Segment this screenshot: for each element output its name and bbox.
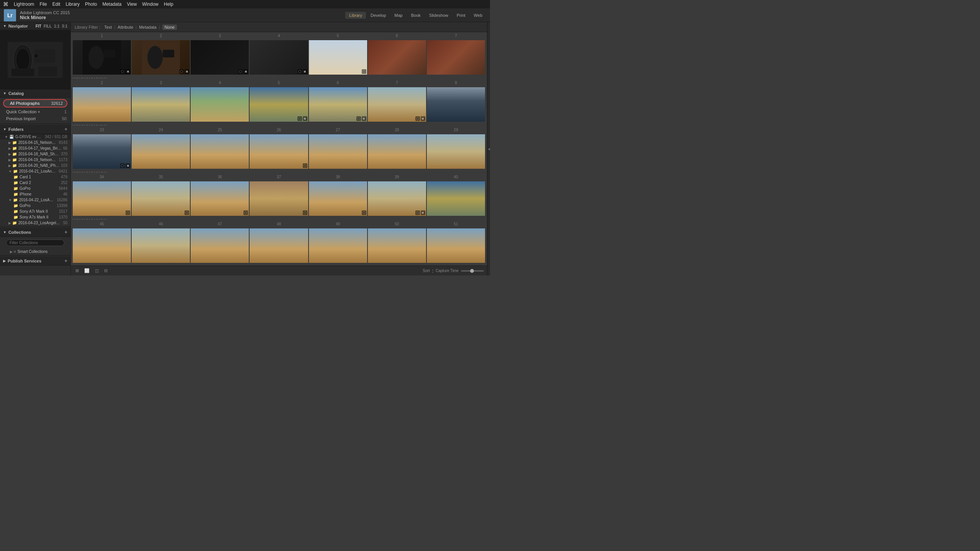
grid-cell[interactable] [309, 134, 367, 169]
folder-item-1[interactable]: ▶📁2016-04-17_Vegas_BritneySpears_Pieceof… [0, 145, 70, 151]
cell-action-icon[interactable]: ◯ [297, 116, 302, 121]
grid-cell[interactable]: ◯▣ [368, 87, 426, 122]
folder-item-6[interactable]: 📁Card 1479 [0, 174, 70, 180]
grid-cell[interactable] [427, 40, 485, 75]
folder-item-14[interactable]: ▶📁2016-04-23_LosAngeles_Downtown50 [0, 220, 70, 226]
folders-header[interactable]: ▼ Folders + [0, 125, 70, 134]
catalog-all-photographs[interactable]: All Photographs 32612 [3, 99, 67, 108]
cell-action-icon[interactable]: ◯ [297, 69, 302, 74]
grid-cell[interactable]: ◯ [250, 181, 308, 216]
cell-action-icon[interactable]: ◯ [179, 69, 184, 74]
folders-add-button[interactable]: + [64, 126, 67, 132]
folder-item-9[interactable]: 📁iPhone46 [0, 191, 70, 197]
module-slideshow[interactable]: Slideshow [425, 12, 452, 19]
folder-item-3[interactable]: ▶📁2016-04-19_Nelson_NV_Timelapse1173 [0, 157, 70, 163]
cell-action-icon[interactable]: ◯ [415, 116, 420, 121]
menu-window[interactable]: Window [142, 2, 158, 7]
collections-header[interactable]: ▼ Collections + [0, 228, 70, 237]
collections-search-input[interactable] [6, 240, 64, 246]
catalog-header[interactable]: ▼ Catalog [0, 90, 70, 98]
folder-item-11[interactable]: 📁GoPro13399 [0, 203, 70, 209]
grid-cell[interactable] [132, 228, 190, 263]
menu-view[interactable]: View [127, 2, 137, 7]
cell-action-icon[interactable]: ▣ [126, 69, 130, 74]
grid-area[interactable]: 1234567◯▣◯▣◯▣◯▣◯• • •• • •• • •• • •• • … [71, 32, 487, 266]
folder-item-10[interactable]: ▼📁2016-04-22_LosAngeles_Downtown16286 [0, 197, 70, 203]
publish-add-button[interactable]: + [64, 258, 67, 264]
cell-action-icon[interactable]: ▣ [362, 116, 366, 121]
folder-item-4[interactable]: ▶📁2016-04-20_NAB_iPhone103 [0, 163, 70, 168]
nav-1-1[interactable]: 1:1 [54, 24, 59, 28]
grid-cell[interactable]: ◯▣ [132, 40, 190, 75]
folder-item-0[interactable]: ▶📁2016-04-15_Nelson_NV_Timelapse_NAB8143 [0, 140, 70, 145]
grid-cell[interactable]: ◯ [250, 134, 308, 169]
filter-none-btn[interactable]: None [162, 24, 177, 30]
grid-cell[interactable]: ◯▣ [191, 40, 249, 75]
grid-cell[interactable] [73, 87, 131, 122]
menu-lightroom[interactable]: Lightroom [14, 2, 34, 7]
filter-metadata-btn[interactable]: Metadata [139, 25, 157, 29]
survey-view-button[interactable]: ⊟ [103, 268, 109, 274]
grid-cell[interactable] [132, 134, 190, 169]
folder-item-5[interactable]: ▼📁2016-04-21_LosAngeles_Beaches6421 [0, 168, 70, 174]
navigator-header[interactable]: ▼ Navigator FIT FILL 1:1 3:1 [0, 22, 70, 30]
grid-view-button[interactable]: ⊞ [74, 268, 80, 274]
loupe-view-button[interactable]: ⬜ [83, 268, 91, 274]
menu-edit[interactable]: Edit [52, 2, 60, 7]
folder-item-13[interactable]: 📁Sony A7s Mark II1370 [0, 214, 70, 220]
cell-action-icon[interactable]: ▣ [126, 163, 130, 168]
grid-cell[interactable] [73, 228, 131, 263]
collections-add-button[interactable]: + [64, 229, 67, 235]
menu-metadata[interactable]: Metadata [102, 2, 121, 7]
module-library[interactable]: Library [345, 12, 366, 19]
cell-action-icon[interactable]: ◯ [126, 210, 130, 215]
cell-action-icon[interactable]: ◯ [415, 210, 420, 215]
grid-cell[interactable]: ◯▣ [73, 40, 131, 75]
grid-cell[interactable] [368, 228, 426, 263]
grid-cell[interactable] [132, 87, 190, 122]
catalog-quick-collection[interactable]: Quick Collection + 1 [0, 108, 70, 115]
grid-cell[interactable]: ◯▣ [368, 181, 426, 216]
grid-cell[interactable] [427, 134, 485, 169]
cell-action-icon[interactable]: ◯ [120, 69, 125, 74]
cell-action-icon[interactable]: ◯ [120, 163, 125, 168]
cell-action-icon[interactable]: ▣ [303, 69, 307, 74]
grid-cell[interactable]: ◯▣ [73, 134, 131, 169]
cell-action-icon[interactable]: ◯ [238, 69, 243, 74]
grid-cell[interactable]: ◯ [73, 181, 131, 216]
cell-action-icon[interactable]: ◯ [362, 69, 366, 74]
filter-attribute-btn[interactable]: Attribute [118, 25, 133, 29]
cell-action-icon[interactable]: ▣ [303, 116, 307, 121]
cell-action-icon[interactable]: ▣ [243, 69, 248, 74]
right-panel-collapse[interactable]: ◀ [487, 22, 490, 276]
nav-fit[interactable]: FIT [36, 24, 41, 28]
grid-cell[interactable] [191, 87, 249, 122]
module-map[interactable]: Map [390, 12, 406, 19]
cell-action-icon[interactable]: ◯ [243, 210, 248, 215]
module-book[interactable]: Book [407, 12, 425, 19]
cell-action-icon[interactable]: ▣ [421, 210, 425, 215]
menu-file[interactable]: File [39, 2, 47, 7]
grid-cell[interactable]: ◯ [191, 181, 249, 216]
filter-text-btn[interactable]: Text [104, 25, 112, 29]
left-panel-scroll[interactable]: ▼ Navigator FIT FILL 1:1 3:1 [0, 22, 70, 276]
folder-item-2[interactable]: ▶📁2016-04-18_NAB_Show_Live370 [0, 151, 70, 157]
thumbnail-size-slider[interactable] [461, 270, 484, 272]
cell-action-icon[interactable]: ▣ [185, 69, 189, 74]
folder-item-8[interactable]: 📁GoPro5644 [0, 186, 70, 191]
cell-action-icon[interactable]: ◯ [356, 116, 361, 121]
grid-cell[interactable] [427, 228, 485, 263]
grid-cell[interactable] [191, 134, 249, 169]
menu-help[interactable]: Help [164, 2, 173, 7]
grid-cell[interactable] [427, 87, 485, 122]
module-develop[interactable]: Develop [367, 12, 390, 19]
grid-cell[interactable]: ◯▣ [309, 87, 367, 122]
menu-photo[interactable]: Photo [85, 2, 97, 7]
cell-action-icon[interactable]: ◯ [303, 163, 307, 168]
cell-action-icon[interactable]: ◯ [362, 210, 366, 215]
grid-cell[interactable] [250, 228, 308, 263]
catalog-previous-import[interactable]: Previous Import 50 [0, 115, 70, 122]
navigator-preview[interactable] [0, 30, 70, 90]
menu-library[interactable]: Library [65, 2, 80, 7]
grid-cell[interactable]: ◯▣ [250, 40, 308, 75]
